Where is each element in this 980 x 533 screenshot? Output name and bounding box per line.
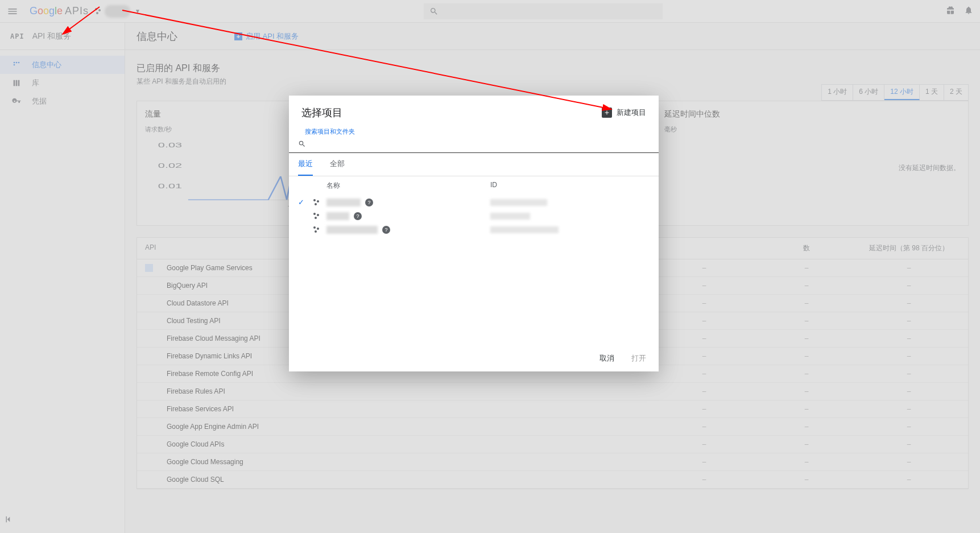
project-name-redacted [326, 226, 378, 234]
project-id-redacted [490, 199, 547, 206]
project-row[interactable]: ? [289, 209, 659, 223]
tab-recent[interactable]: 最近 [298, 159, 313, 176]
search-icon [298, 140, 306, 148]
dialog-search-bar [289, 136, 659, 153]
svg-point-13 [313, 199, 316, 201]
check-icon: ✓ [298, 198, 308, 206]
svg-point-20 [317, 228, 319, 230]
project-name-redacted [326, 199, 361, 206]
help-icon[interactable]: ? [365, 199, 373, 206]
svg-point-18 [315, 217, 317, 219]
svg-point-16 [313, 213, 316, 215]
dialog-title: 选择项目 [301, 106, 602, 119]
tab-all[interactable]: 全部 [330, 159, 345, 176]
project-id-redacted [490, 226, 559, 233]
new-project-icon [602, 108, 612, 118]
project-id-redacted [490, 213, 530, 220]
svg-point-21 [315, 230, 317, 233]
project-row[interactable]: ✓ ? [289, 195, 659, 209]
new-project-button[interactable]: 新建项目 [602, 108, 646, 118]
project-icon [313, 212, 322, 220]
svg-point-14 [317, 200, 319, 203]
help-icon[interactable]: ? [354, 212, 362, 220]
new-project-label: 新建项目 [617, 108, 646, 118]
select-project-dialog: 选择项目 新建项目 搜索项目和文件夹 最近 全部 名称 ID ✓ ? ? [289, 96, 659, 371]
cancel-button[interactable]: 取消 [599, 353, 614, 363]
search-projects-link[interactable]: 搜索项目和文件夹 [289, 125, 659, 136]
proj-col-name: 名称 [298, 181, 490, 191]
project-icon [313, 199, 322, 206]
project-icon [313, 226, 322, 234]
project-search-input[interactable] [311, 137, 650, 150]
svg-point-19 [313, 226, 316, 229]
open-button[interactable]: 打开 [631, 353, 646, 363]
project-row[interactable]: ? [289, 223, 659, 237]
svg-point-15 [315, 203, 317, 205]
help-icon[interactable]: ? [382, 226, 390, 234]
project-name-redacted [326, 212, 349, 220]
proj-col-id: ID [490, 181, 650, 191]
svg-point-17 [317, 214, 319, 216]
